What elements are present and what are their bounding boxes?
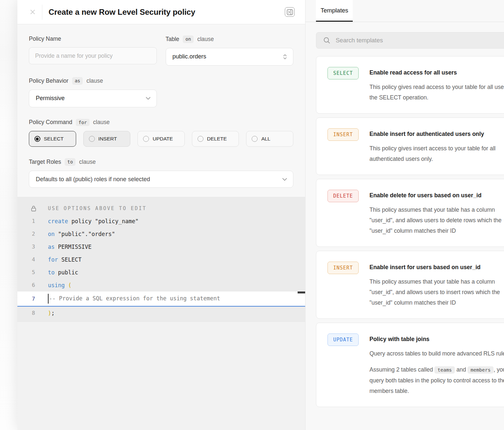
close-icon [29,9,36,15]
line-number: 5 [29,269,38,275]
editor-line-5: 5to public [17,266,305,279]
line-code: create policy "policy_name" [48,218,138,225]
inline-code-chip: teams [434,366,455,374]
search-templates-input[interactable]: Search templates [316,32,504,49]
behavior-select[interactable]: Permissive [29,90,157,107]
command-option-all[interactable]: ALL [246,131,293,147]
radio-icon [89,136,95,142]
template-title: Enable insert for authenticated users on… [369,131,504,138]
panel-toggle-button[interactable] [285,7,295,17]
command-option-label: SELECT [44,136,64,142]
search-placeholder: Search templates [336,37,383,44]
editor-line-6: 6using ( [17,279,305,291]
template-description: This policy assumes that your table has … [369,276,504,308]
template-title: Enable delete for users based on user_id [369,192,504,199]
radio-icon [198,136,203,142]
target-roles-select[interactable]: Defaults to all (public) roles if none s… [29,171,293,188]
code-token: ; [51,310,54,316]
template-card-content: Enable insert for authenticated users on… [369,128,504,164]
template-description: This policy gives insert access to your … [369,143,504,164]
line-code: as PERMISSIVE [48,244,92,250]
radio-dot [36,138,39,140]
tab-templates[interactable]: Templates [316,0,353,22]
template-badge: UPDATE [327,333,359,346]
command-option-label: UPDATE [153,136,173,142]
description-text: Query across tables to build more advanc… [369,350,504,357]
line-code: for SELECT [48,256,81,263]
line-code: on "public"."orders" [48,231,115,237]
sql-editor[interactable]: USE OPTIONS ABOVE TO EDIT 1create policy… [17,197,305,430]
target-roles-select-value: Defaults to all (public) roles if none s… [36,176,150,183]
description-text: This policy assumes that your table has … [369,206,502,234]
editor-line-1: 1create policy "policy_name" [17,215,305,227]
close-button[interactable] [28,8,37,16]
line-code: ); [48,310,55,316]
code-token: create [48,218,68,225]
line-number: 6 [29,282,38,288]
description-text: This policy gives insert access to your … [369,145,495,162]
template-card-1[interactable]: SELECTEnable read access for all usersTh… [316,56,504,114]
command-option-label: ALL [261,136,270,142]
template-badge: INSERT [327,262,359,274]
command-label: Policy Command [29,119,72,126]
on-clause-badge: on [183,35,194,43]
templates-panel: Templates Search templates SELECTEnable … [305,0,504,430]
editor-locked-note: USE OPTIONS ABOVE TO EDIT [17,202,305,215]
template-title: Enable insert for users based on user_id [369,264,504,271]
template-badge: SELECT [327,67,359,79]
policy-form: Policy Name Table on clause public.order… [17,24,305,188]
code-token: public [54,269,78,276]
description-text: This policy assumes that your table has … [369,278,500,306]
policy-name-input[interactable] [29,47,157,64]
chevron-down-icon [146,97,151,100]
code-token: for [48,256,58,263]
command-option-update[interactable]: UPDATE [137,131,185,147]
target-roles-clause-text: clause [79,159,96,165]
scrollbar-marker[interactable] [298,291,305,293]
code-token: -- Provide a SQL expression for the usin… [49,295,220,302]
code-token: to [48,269,54,276]
template-card-3[interactable]: DELETEEnable delete for users based on u… [316,179,504,247]
code-token: SELECT [58,256,82,263]
editor-line-8: 8); [17,307,305,319]
locked-note-text: USE OPTIONS ABOVE TO EDIT [48,205,147,211]
line-number: 3 [29,244,38,250]
editor-line-2: 2on "public"."orders" [17,227,305,240]
command-option-insert[interactable]: INSERT [83,131,131,147]
code-token: as [48,244,54,250]
radio-icon [252,136,258,142]
code-token: ) [48,310,51,316]
table-clause-text: clause [197,36,214,43]
command-clause-text: clause [93,119,110,126]
template-description: Assuming 2 tables called teams and membe… [369,364,504,396]
template-card-4[interactable]: INSERTEnable insert for users based on u… [316,251,504,319]
code-token: PERMISSIVE [54,244,92,250]
sql-editor-code-area: USE OPTIONS ABOVE TO EDIT 1create policy… [17,197,305,322]
line-number: 4 [29,256,38,263]
template-card-5[interactable]: UPDATEPolicy with table joinsQuery acros… [316,323,504,407]
behavior-select-value: Permissive [36,95,65,102]
for-clause-badge: for [76,119,89,126]
template-description: This policy assumes that your table has … [369,204,504,236]
command-option-delete[interactable]: DELETE [192,131,239,147]
editor-line-3: 3as PERMISSIVE [17,240,305,253]
table-select-value: public.orders [173,53,206,60]
editor-line-7[interactable]: 7-- Provide a SQL expression for the usi… [17,291,305,307]
command-option-label: DELETE [207,136,227,142]
template-card-content: Enable insert for users based on user_id… [369,262,504,308]
line-number: 1 [29,218,38,224]
dimmed-page-backdrop [0,0,17,430]
template-description: This policy gives read access to your ta… [369,82,504,103]
chevron-updown-icon [283,54,287,60]
command-option-group: SELECTINSERTUPDATEDELETEALL [29,131,293,147]
code-token: "public"."orders" [54,231,115,237]
lock-icon [29,205,38,212]
radio-icon [34,136,40,142]
line-code: to public [48,269,78,276]
modal-header: Create a new Row Level Security policy [17,0,305,24]
template-card-2[interactable]: INSERTEnable insert for authenticated us… [316,118,504,175]
table-select[interactable]: public.orders [166,48,294,66]
radio-icon [143,136,149,142]
search-icon [323,37,330,44]
command-option-select[interactable]: SELECT [29,131,76,147]
